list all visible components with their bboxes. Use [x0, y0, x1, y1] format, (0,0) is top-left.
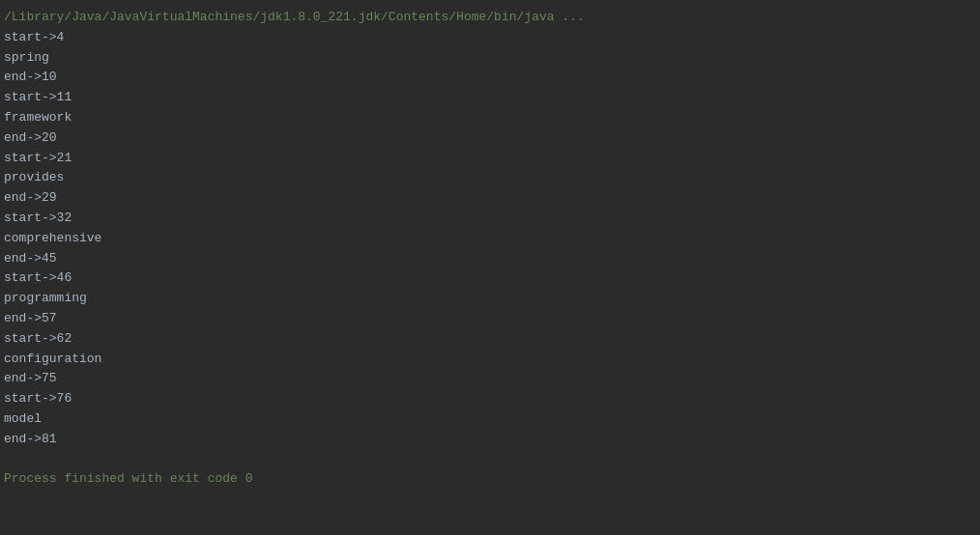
console-line: spring	[4, 48, 976, 69]
console-line: end->57	[4, 309, 976, 329]
console-output: /Library/Java/JavaVirtualMachines/jdk1.8…	[0, 0, 980, 497]
footer-line: Process finished with exit code 0	[4, 469, 976, 490]
console-line: end->29	[4, 188, 976, 209]
console-line: end->20	[4, 128, 976, 149]
console-line: start->62	[4, 329, 976, 350]
console-line: end->75	[4, 369, 976, 389]
console-line: end->45	[4, 249, 976, 269]
console-line: start->76	[4, 389, 976, 409]
console-line: model	[4, 409, 976, 430]
console-line: start->32	[4, 209, 976, 229]
console-line: end->10	[4, 68, 976, 88]
header-line: /Library/Java/JavaVirtualMachines/jdk1.8…	[4, 8, 976, 28]
console-line: start->46	[4, 268, 976, 289]
console-line: provides	[4, 168, 976, 188]
console-line: configuration	[4, 350, 976, 370]
console-line: start->11	[4, 88, 976, 108]
console-line: start->4	[4, 28, 976, 48]
console-line: framework	[4, 108, 976, 128]
console-line: end->81	[4, 430, 976, 450]
console-line: start->21	[4, 149, 976, 169]
console-line: programming	[4, 289, 976, 309]
console-line: comprehensive	[4, 229, 976, 249]
lines-container: start->4springend->10start->11frameworke…	[4, 28, 976, 450]
